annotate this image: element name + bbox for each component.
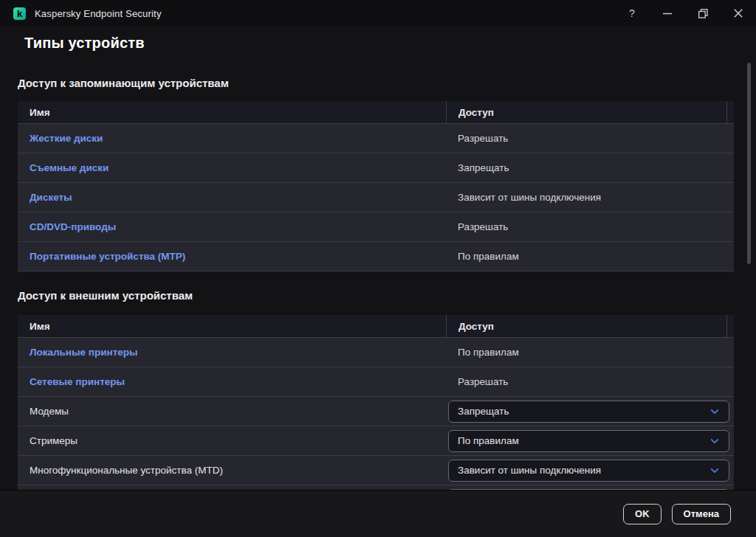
header-scrollbar-gutter bbox=[726, 315, 734, 337]
help-icon: ? bbox=[629, 7, 635, 19]
access-dropdown[interactable]: Запрещать bbox=[448, 401, 729, 423]
device-name-cell: Жесткие диски bbox=[18, 124, 446, 153]
ok-button[interactable]: OK bbox=[623, 504, 662, 524]
access-cell: Зависит от шины подключения bbox=[446, 183, 734, 212]
table-row: ДискетыЗависит от шины подключения bbox=[18, 183, 734, 212]
kaspersky-logo-icon: k bbox=[13, 7, 26, 20]
access-value: Запрещать bbox=[458, 162, 509, 173]
access-cell: Разрешать bbox=[446, 124, 734, 153]
device-name-link[interactable]: Съемные диски bbox=[30, 162, 109, 173]
help-button[interactable]: ? bbox=[614, 0, 650, 27]
access-value: Зависит от шины подключения bbox=[458, 192, 601, 203]
footer-bar: OK Отмена bbox=[0, 490, 756, 537]
table-row: МодемыЗапрещать bbox=[18, 397, 734, 426]
dropdown-value: По правилам bbox=[458, 435, 519, 446]
device-name-label: Стримеры bbox=[30, 435, 78, 446]
page-title: Типы устройств bbox=[24, 34, 756, 52]
column-header-name: Имя bbox=[18, 315, 446, 337]
device-name-cell: Портативные устройства (MTP) bbox=[18, 242, 446, 271]
external-devices-table: Имя Доступ Локальные принтерыПо правилам… bbox=[18, 315, 734, 491]
device-name-cell: Съемные диски bbox=[18, 153, 446, 182]
window-controls: ? bbox=[614, 0, 756, 27]
access-cell: Зависит от шины подключения bbox=[446, 456, 734, 485]
device-name-cell: Сетевые принтеры bbox=[18, 367, 446, 396]
section-heading-external-devices: Доступ к внешним устройствам bbox=[18, 289, 756, 302]
access-cell: По правилам bbox=[446, 426, 734, 455]
device-name-cell: Модемы bbox=[18, 397, 446, 426]
close-icon bbox=[734, 9, 743, 18]
chevron-down-icon bbox=[710, 435, 718, 443]
device-name-cell: CD/DVD-приводы bbox=[18, 212, 446, 241]
storage-devices-table: Имя Доступ Жесткие дискиРазрешатьСъемные… bbox=[18, 101, 734, 271]
restore-icon bbox=[698, 9, 708, 18]
table-body: Жесткие дискиРазрешатьСъемные дискиЗапре… bbox=[18, 124, 734, 271]
access-cell: Запрещать bbox=[446, 397, 734, 426]
chevron-down-icon bbox=[710, 406, 718, 414]
device-name-link[interactable]: Портативные устройства (MTP) bbox=[30, 251, 185, 262]
app-title: Kaspersky Endpoint Security bbox=[35, 8, 162, 19]
chevron-down-icon bbox=[710, 465, 718, 473]
access-value: По правилам bbox=[458, 251, 519, 262]
device-name-link[interactable]: Дискеты bbox=[30, 192, 72, 203]
table-header: Имя Доступ bbox=[18, 315, 734, 338]
device-name-link[interactable]: Локальные принтеры bbox=[30, 347, 138, 358]
restore-button[interactable] bbox=[685, 0, 721, 27]
access-cell: По правилам bbox=[446, 338, 734, 367]
scrollbar-thumb[interactable] bbox=[747, 63, 751, 264]
table-header: Имя Доступ bbox=[18, 101, 734, 124]
access-dropdown[interactable]: Зависит от шины подключения bbox=[448, 460, 729, 482]
main-content: Типы устройств Доступ к запоминающим уст… bbox=[0, 34, 756, 491]
table-row: СтримерыПо правилам bbox=[18, 426, 734, 456]
access-cell: Запрещать bbox=[446, 153, 734, 182]
device-name-cell: Стримеры bbox=[18, 426, 446, 455]
access-dropdown[interactable]: По правилам bbox=[448, 430, 729, 452]
access-value: Разрешать bbox=[458, 221, 508, 232]
access-value: По правилам bbox=[458, 347, 519, 358]
access-value: Разрешать bbox=[458, 376, 508, 387]
device-name-link[interactable]: CD/DVD-приводы bbox=[30, 221, 116, 232]
device-name-cell: Дискеты bbox=[18, 183, 446, 212]
device-name-link[interactable]: Жесткие диски bbox=[30, 133, 103, 144]
table-row: Локальные принтерыПо правилам bbox=[18, 338, 734, 367]
device-name-label: Модемы bbox=[30, 406, 69, 417]
dropdown-value: Запрещать bbox=[458, 406, 509, 417]
table-body: Локальные принтерыПо правиламСетевые при… bbox=[18, 338, 734, 485]
header-scrollbar-gutter bbox=[726, 101, 734, 123]
device-name-label: Многофункциональные устройства (MTD) bbox=[30, 465, 223, 476]
column-header-name: Имя bbox=[18, 101, 446, 123]
minimize-button[interactable] bbox=[650, 0, 685, 27]
access-cell: По правилам bbox=[446, 242, 734, 271]
access-value: Разрешать bbox=[458, 133, 508, 144]
table-row: CD/DVD-приводыРазрешать bbox=[18, 212, 734, 242]
titlebar: k Kaspersky Endpoint Security ? bbox=[0, 0, 756, 27]
device-name-cell: Локальные принтеры bbox=[18, 338, 446, 367]
dropdown-value: Зависит от шины подключения bbox=[458, 465, 601, 476]
table-row: Портативные устройства (MTP)По правилам bbox=[18, 242, 734, 271]
access-cell: Разрешать bbox=[446, 212, 734, 241]
cancel-button[interactable]: Отмена bbox=[672, 504, 731, 524]
section-heading-storage-devices: Доступ к запоминающим устройствам bbox=[18, 77, 756, 90]
table-row: Многофункциональные устройства (MTD)Зави… bbox=[18, 456, 734, 485]
table-row: Жесткие дискиРазрешать bbox=[18, 124, 734, 153]
table-row: Сетевые принтерыРазрешать bbox=[18, 367, 734, 397]
table-row: Съемные дискиЗапрещать bbox=[18, 153, 734, 183]
column-header-access: Доступ bbox=[446, 101, 726, 123]
column-header-access: Доступ bbox=[446, 315, 726, 337]
access-cell: Разрешать bbox=[446, 367, 734, 396]
close-button[interactable] bbox=[721, 0, 756, 27]
minimize-icon bbox=[663, 9, 672, 18]
device-name-cell: Многофункциональные устройства (MTD) bbox=[18, 456, 446, 485]
device-name-link[interactable]: Сетевые принтеры bbox=[30, 376, 125, 387]
app-window: k Kaspersky Endpoint Security ? bbox=[0, 0, 756, 537]
